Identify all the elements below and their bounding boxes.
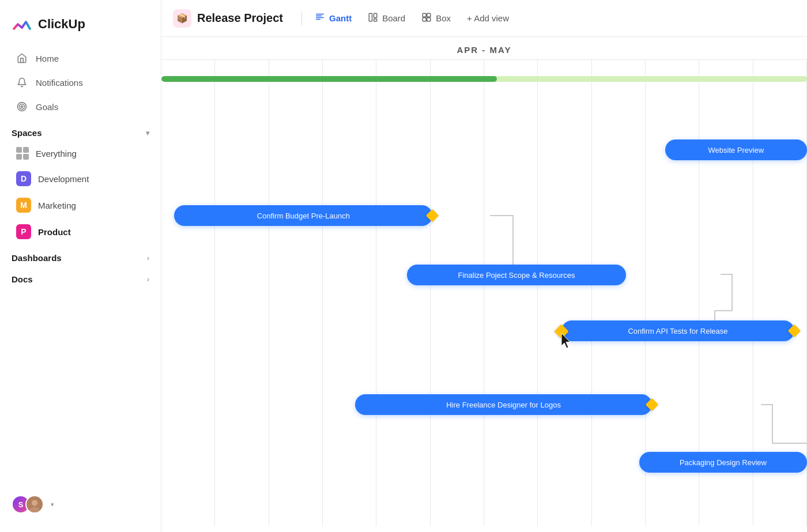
- task-hire-designer-label: Hire Freelance Designer for Logos: [446, 401, 561, 409]
- chevron-down-icon: ▾: [146, 129, 149, 137]
- project-icon: 📦: [173, 9, 191, 28]
- target-icon: [16, 101, 28, 112]
- board-icon: [368, 12, 378, 24]
- spaces-label: Spaces: [12, 128, 42, 138]
- grid-col-1: [161, 60, 215, 526]
- sidebar-item-everything[interactable]: Everything: [5, 142, 156, 165]
- grid-col-2: [215, 60, 269, 526]
- gantt-icon: [315, 12, 325, 25]
- everything-icon: [16, 147, 29, 160]
- sidebar-item-notifications[interactable]: Notifications: [5, 71, 156, 94]
- task-finalize-scope[interactable]: Finalize Poject Scope & Resources: [407, 265, 627, 285]
- view-divider-1: [301, 12, 302, 25]
- svg-rect-16: [427, 18, 431, 21]
- sidebar-product-label: Product: [38, 227, 71, 237]
- docs-label: Docs: [12, 274, 33, 284]
- grid-col-6: [431, 60, 484, 526]
- home-icon: [16, 52, 28, 64]
- grid-col-4: [323, 60, 376, 526]
- task-website-preview[interactable]: Website Preview: [665, 139, 807, 160]
- sidebar: ClickUp Home Notifications Goals Spaces …: [0, 0, 161, 532]
- avatar-photo: [25, 495, 44, 514]
- svg-rect-13: [423, 13, 426, 17]
- topbar: 📦 Release Project Gantt Board Box + Add …: [161, 0, 807, 37]
- sidebar-item-home[interactable]: Home: [5, 47, 156, 70]
- tab-box[interactable]: Box: [413, 9, 459, 28]
- sidebar-development-label: Development: [38, 174, 89, 184]
- task-packaging-review[interactable]: Packaging Design Review: [639, 452, 807, 473]
- sidebar-item-goals[interactable]: Goals: [5, 95, 156, 118]
- gantt-grid: Website Preview Confirm Budget Pre-Launc…: [161, 60, 807, 526]
- sidebar-item-development[interactable]: D Development: [5, 166, 156, 191]
- clickup-logo-icon: [12, 14, 32, 35]
- task-website-preview-label: Website Preview: [708, 146, 764, 154]
- svg-point-4: [32, 500, 38, 506]
- tab-gantt[interactable]: Gantt: [307, 8, 360, 28]
- svg-rect-10: [369, 13, 372, 21]
- box-icon: [421, 12, 432, 24]
- task-confirm-budget[interactable]: Confirm Budget Pre-Launch: [174, 205, 432, 226]
- spaces-section-header[interactable]: Spaces ▾: [0, 119, 161, 141]
- task-hire-designer[interactable]: Hire Freelance Designer for Logos: [355, 394, 652, 415]
- svg-point-1: [20, 104, 25, 110]
- chevron-right-icon-docs: ›: [147, 276, 149, 284]
- avatar-dropdown-chevron[interactable]: ▾: [51, 501, 54, 508]
- sidebar-item-marketing[interactable]: M Marketing: [5, 193, 156, 218]
- svg-point-2: [21, 106, 23, 108]
- task-confirm-budget-label: Confirm Budget Pre-Launch: [257, 212, 350, 220]
- grid-col-3: [269, 60, 323, 526]
- tab-board-label: Board: [382, 13, 405, 23]
- dashboards-section[interactable]: Dashboards ›: [0, 245, 161, 266]
- sidebar-bottom: S ▾: [0, 486, 161, 523]
- development-badge: D: [16, 171, 31, 186]
- add-view-button[interactable]: + Add view: [459, 10, 517, 27]
- project-title: Release Project: [197, 12, 283, 25]
- svg-rect-14: [427, 13, 431, 17]
- task-confirm-api[interactable]: Confirm API Tests for Release: [561, 320, 794, 341]
- marketing-badge: M: [16, 198, 31, 213]
- sidebar-home-label: Home: [36, 54, 59, 63]
- progress-bar-fill: [161, 76, 497, 82]
- grid-col-9: [592, 60, 646, 526]
- sidebar-item-product[interactable]: P Product: [5, 219, 156, 244]
- avatar-stack[interactable]: S: [12, 495, 44, 514]
- logo-area[interactable]: ClickUp: [0, 9, 161, 46]
- svg-rect-11: [374, 13, 377, 18]
- gantt-area: APR - MAY: [161, 37, 807, 532]
- logo-text: ClickUp: [38, 17, 85, 32]
- tab-board[interactable]: Board: [360, 9, 413, 28]
- dashboards-label: Dashboards: [12, 253, 62, 263]
- sidebar-marketing-label: Marketing: [38, 201, 76, 210]
- tab-gantt-label: Gantt: [329, 13, 352, 23]
- bell-icon: [16, 77, 28, 88]
- task-finalize-scope-label: Finalize Poject Scope & Resources: [458, 271, 575, 280]
- chevron-right-icon: ›: [147, 254, 149, 262]
- sidebar-everything-label: Everything: [36, 149, 77, 159]
- sidebar-goals-label: Goals: [36, 102, 58, 112]
- task-confirm-api-label: Confirm API Tests for Release: [628, 327, 727, 335]
- tab-box-label: Box: [436, 13, 451, 23]
- gantt-header: APR - MAY: [161, 37, 807, 60]
- sidebar-notifications-label: Notifications: [36, 78, 83, 88]
- grid-col-7: [484, 60, 538, 526]
- task-packaging-review-label: Packaging Design Review: [680, 458, 767, 467]
- main-content: 📦 Release Project Gantt Board Box + Add …: [161, 0, 807, 532]
- svg-rect-15: [423, 18, 426, 21]
- add-view-label: + Add view: [467, 13, 509, 23]
- svg-rect-12: [374, 19, 377, 21]
- product-badge: P: [16, 224, 31, 239]
- grid-col-5: [376, 60, 430, 526]
- grid-col-8: [538, 60, 591, 526]
- progress-bar-track: [161, 76, 807, 82]
- docs-section[interactable]: Docs ›: [0, 266, 161, 288]
